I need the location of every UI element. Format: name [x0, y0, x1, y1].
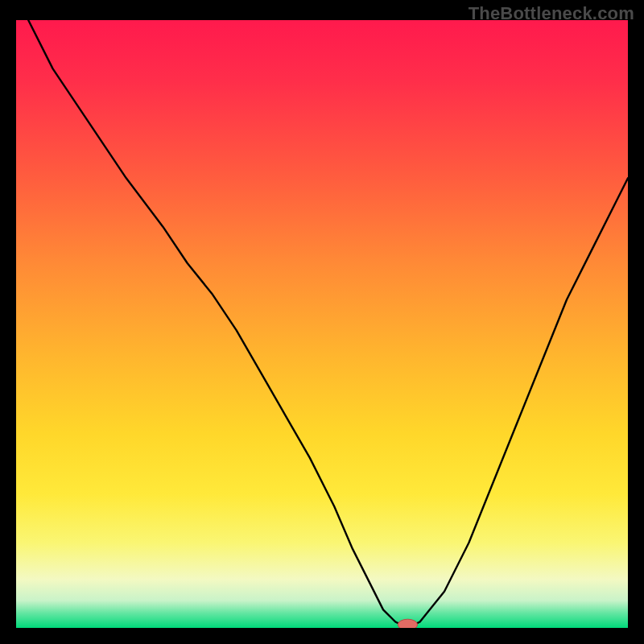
gradient-background [16, 20, 628, 628]
chart-frame: TheBottleneck.com [0, 0, 644, 644]
plot-area [16, 20, 628, 628]
optimal-marker [398, 619, 417, 628]
bottleneck-chart [16, 20, 628, 628]
watermark-text: TheBottleneck.com [469, 3, 634, 24]
